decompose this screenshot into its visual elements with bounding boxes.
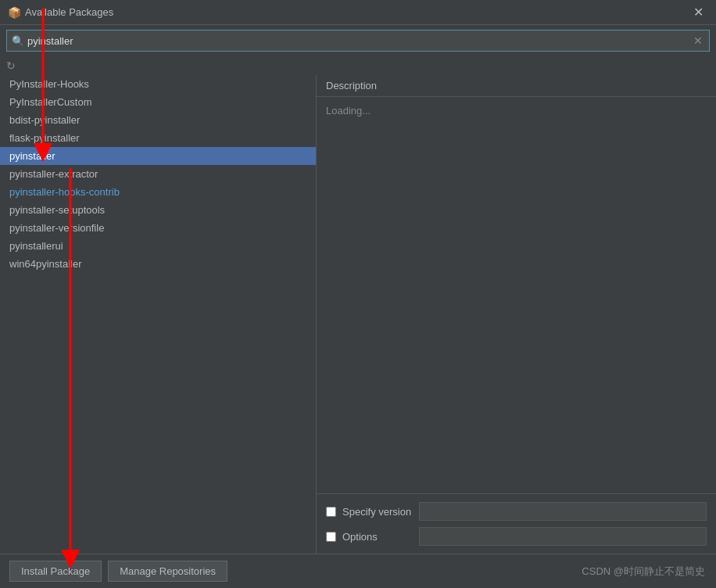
list-item[interactable]: win64pyinstaller bbox=[0, 255, 316, 273]
options-row: Options bbox=[326, 527, 707, 546]
list-item[interactable]: pyinstaller bbox=[0, 147, 316, 165]
install-package-button[interactable]: Install Package bbox=[9, 561, 102, 582]
list-item[interactable]: pyinstaller-hooks-contrib bbox=[0, 183, 316, 201]
list-item[interactable]: pyinstaller-versionfile bbox=[0, 219, 316, 237]
search-input[interactable] bbox=[27, 35, 692, 47]
specify-version-input[interactable] bbox=[419, 502, 707, 521]
available-packages-dialog: 📦 Available Packages ✕ 🔍 ✕ ↻ PyInstaller… bbox=[0, 0, 716, 588]
specify-version-label: Specify version bbox=[342, 506, 413, 518]
list-item[interactable]: bdist-pyinstaller bbox=[0, 111, 316, 129]
manage-repositories-button[interactable]: Manage Repositories bbox=[108, 561, 227, 582]
options-label: Options bbox=[342, 531, 413, 543]
specify-version-checkbox[interactable] bbox=[326, 507, 336, 517]
description-footer: Specify version Options bbox=[317, 493, 716, 554]
options-input[interactable] bbox=[419, 527, 707, 546]
toolbar: ↻ bbox=[0, 56, 716, 75]
clear-icon[interactable]: ✕ bbox=[692, 34, 704, 47]
title-bar: 📦 Available Packages ✕ bbox=[0, 0, 716, 25]
search-icon: 🔍 bbox=[12, 35, 24, 47]
search-row: 🔍 ✕ bbox=[0, 25, 716, 56]
watermark: CSDN @时间静止不是简史 bbox=[582, 565, 705, 579]
specify-version-row: Specify version bbox=[326, 502, 707, 521]
list-item[interactable]: PyInstallerCustom bbox=[0, 93, 316, 111]
list-item[interactable]: pyinstaller-setuptools bbox=[0, 201, 316, 219]
list-item[interactable]: PyInstaller-Hooks bbox=[0, 75, 316, 93]
dialog-title: Available Packages bbox=[25, 6, 689, 18]
options-checkbox[interactable] bbox=[326, 532, 336, 542]
description-header: Description bbox=[317, 75, 716, 97]
search-box: 🔍 ✕ bbox=[6, 30, 710, 52]
main-content: PyInstaller-HooksPyInstallerCustombdist-… bbox=[0, 75, 716, 554]
list-item[interactable]: pyinstaller-extractor bbox=[0, 165, 316, 183]
list-item[interactable]: pyinstallerui bbox=[0, 237, 316, 255]
dialog-icon: 📦 bbox=[8, 6, 20, 19]
refresh-icon[interactable]: ↻ bbox=[6, 59, 16, 72]
description-panel: Description Loading... Specify version O… bbox=[317, 75, 716, 554]
list-item[interactable]: flask-pyinstaller bbox=[0, 129, 316, 147]
description-content: Loading... bbox=[317, 97, 716, 493]
close-button[interactable]: ✕ bbox=[689, 3, 708, 21]
package-list[interactable]: PyInstaller-HooksPyInstallerCustombdist-… bbox=[0, 75, 317, 554]
